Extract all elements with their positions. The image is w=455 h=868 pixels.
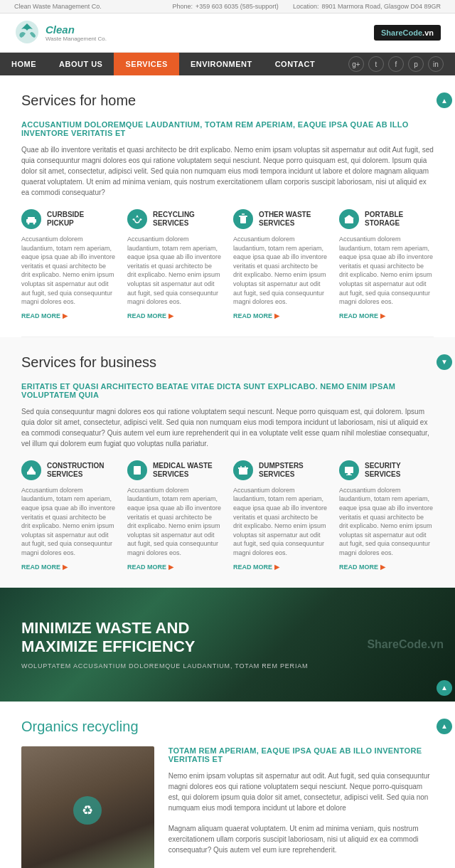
business-services-grid: CONSTRUCTIONSERVICES Accusantium dolorem… [21, 460, 434, 571]
recycling-name: RECYCLINGSERVICES [153, 211, 195, 228]
twitter-icon[interactable]: t [368, 56, 384, 72]
company-name: Clean Waste Management Co. [14, 3, 102, 10]
service-curbside: CURBSIDEPICKUP Accusantium dolorem lauda… [21, 209, 116, 319]
curbside-name: CURBSIDEPICKUP [47, 211, 84, 228]
svg-rect-5 [240, 216, 246, 223]
storage-desc: Accusantium dolorem laudantium, totam re… [339, 235, 434, 307]
svg-marker-9 [344, 215, 354, 218]
svg-rect-10 [27, 472, 36, 475]
banner-watermark: ShareCode.vn [367, 638, 444, 651]
organics-content: TOTAM REM APERIAM, EAQUE IPSA QUAE AB IL… [168, 746, 434, 869]
organics-body2: Magnam aliquam quaerat voluptatem. Ut en… [168, 823, 434, 855]
social-links: g+ t f p in [348, 56, 455, 72]
security-read-more[interactable]: READ MORE ▶ [339, 563, 434, 571]
phone-info: Phone: +359 603 6035 (585-support) [173, 3, 279, 10]
nav-contact[interactable]: CONTACT [264, 53, 326, 75]
svg-point-3 [28, 223, 30, 225]
svg-rect-6 [239, 216, 247, 217]
service-security: SECURITYSERVICES Accusantium dolorem lau… [339, 460, 434, 571]
nav-home[interactable]: HOME [0, 53, 48, 75]
svg-rect-8 [345, 218, 353, 223]
nav-about[interactable]: ABOUT US [48, 53, 114, 75]
storage-icon [339, 209, 359, 229]
services-business-section: ▼ Services for business ERITATIS ET QUAS… [0, 337, 455, 588]
nav-services[interactable]: SERVICES [114, 53, 178, 75]
linkedin-icon[interactable]: in [428, 56, 444, 72]
scroll-down-btn[interactable]: ▼ [437, 354, 452, 370]
location-label: Location: [293, 3, 319, 10]
security-name: SECURITYSERVICES [365, 462, 401, 479]
medical-name: MEDICAL WASTESERVICES [153, 462, 213, 479]
business-title: Services for business [21, 354, 434, 371]
organics-section: ▲ Organics recycling ♻ TOTAM REM APERIAM… [0, 702, 455, 869]
organics-grid: ♻ TOTAM REM APERIAM, EAQUE IPSA QUAE AB … [21, 746, 434, 869]
service-construction: CONSTRUCTIONSERVICES Accusantium dolorem… [21, 460, 116, 571]
banner-sub: WOLUPTATEM ACCUSANTIUM DOLOREMQUE LAUDAN… [21, 662, 434, 669]
phone-number: +359 603 6035 (585-support) [196, 3, 279, 10]
google-plus-icon[interactable]: g+ [348, 56, 364, 72]
construction-desc: Accusantium dolorem laudantium, totam re… [21, 486, 116, 558]
recycling-icon [127, 209, 147, 229]
home-services-grid: CURBSIDEPICKUP Accusantium dolorem lauda… [21, 209, 434, 319]
navigation: HOME ABOUT US SERVICES ENVIRONMENT CONTA… [0, 53, 455, 75]
facebook-icon[interactable]: f [388, 56, 404, 72]
security-icon [339, 460, 359, 480]
business-subtitle: ERITATIS ET QUASI ARCHITECTO BEATAE VITA… [21, 382, 434, 399]
storage-read-more[interactable]: READ MORE ▶ [339, 312, 434, 319]
pinterest-icon[interactable]: p [408, 56, 424, 72]
recycling-desc: Accusantium dolorem laudantium, totam re… [127, 235, 222, 307]
location-address: 8901 Marmora Road, Glasgow D04 89GR [321, 3, 441, 10]
construction-read-more[interactable]: READ MORE ▶ [21, 563, 116, 571]
recycle-overlay-icon: ♻ [73, 796, 102, 825]
logo-area: Clean Waste Management Co. [14, 19, 107, 46]
logo-text: Clean [46, 23, 107, 36]
services-home-section: ▲ Services for home ACCUSANTIUM DOLOREMQ… [0, 75, 455, 337]
service-otherwaste: OTHER WASTESERVICES Accusantium dolorem … [233, 209, 328, 319]
curbside-read-more[interactable]: READ MORE ▶ [21, 312, 116, 319]
services-home-title: Services for home [21, 92, 434, 109]
medical-desc: Accusantium dolorem laudantium, totam re… [127, 486, 222, 558]
service-recycling: RECYCLINGSERVICES Accusantium dolorem la… [127, 209, 222, 319]
sharecode-badge: ShareCode.vn [374, 25, 441, 41]
efficiency-banner: ShareCode.vn MINIMIZE WASTE AND MAXIMIZE… [0, 588, 455, 702]
dumpsters-desc: Accusantium dolorem laudantium, totam re… [233, 486, 328, 558]
construction-icon [21, 460, 41, 480]
organics-subtitle: TOTAM REM APERIAM, EAQUE IPSA QUAE AB IL… [168, 746, 434, 763]
curbside-icon [21, 209, 41, 229]
scroll-up-3-btn[interactable]: ▲ [437, 719, 452, 734]
svg-rect-17 [238, 467, 248, 469]
scroll-up-btn[interactable]: ▲ [437, 92, 452, 108]
organics-image: ♻ [21, 746, 154, 869]
dumpsters-read-more[interactable]: READ MORE ▶ [233, 563, 328, 571]
phone-label: Phone: [173, 3, 193, 10]
medical-read-more[interactable]: READ MORE ▶ [127, 563, 222, 571]
sharecode-text: ShareCode [381, 28, 422, 37]
header: Clean Waste Management Co. ShareCode.vn [0, 14, 455, 53]
storage-name: PORTABLESTORAGE [365, 211, 403, 228]
svg-rect-20 [345, 467, 353, 473]
recycling-read-more[interactable]: READ MORE ▶ [127, 312, 222, 319]
service-storage: PORTABLESTORAGE Accusantium dolorem laud… [339, 209, 434, 319]
otherwaste-read-more[interactable]: READ MORE ▶ [233, 312, 328, 319]
curbside-desc: Accusantium dolorem laudantium, totam re… [21, 235, 116, 307]
organics-body1: Nemo enim ipsam voluptas sit aspernatur … [168, 771, 434, 813]
medical-icon [127, 460, 147, 480]
svg-point-4 [33, 223, 36, 225]
organics-bullets: Architecto be drit explicabo emo enim ip… [168, 865, 434, 869]
dumpsters-name: DUMPSTERSSERVICES [259, 462, 304, 479]
logo-sub: Waste Management Co. [46, 36, 107, 42]
svg-rect-21 [348, 473, 350, 475]
scroll-up-2-btn[interactable]: ▲ [437, 680, 452, 696]
home-body: Quae ab illo inventore veritatis et quas… [21, 144, 434, 198]
nav-environment[interactable]: ENVIRONMENT [179, 53, 264, 75]
home-subtitle: ACCUSANTIUM DOLOREMQUE LAUDANTIUM, TOTAM… [21, 120, 434, 137]
sharecode-domain: .vn [422, 28, 434, 37]
service-dumpsters: DUMPSTERSSERVICES Accusantium dolorem la… [233, 460, 328, 571]
svg-rect-16 [239, 468, 247, 475]
svg-rect-22 [346, 475, 352, 475]
service-medical: MEDICAL WASTESERVICES Accusantium dolore… [127, 460, 222, 571]
dumpsters-icon [233, 460, 253, 480]
location-info: Location: 8901 Marmora Road, Glasgow D04… [293, 3, 441, 10]
otherwaste-icon [233, 209, 253, 229]
construction-name: CONSTRUCTIONSERVICES [47, 462, 105, 479]
